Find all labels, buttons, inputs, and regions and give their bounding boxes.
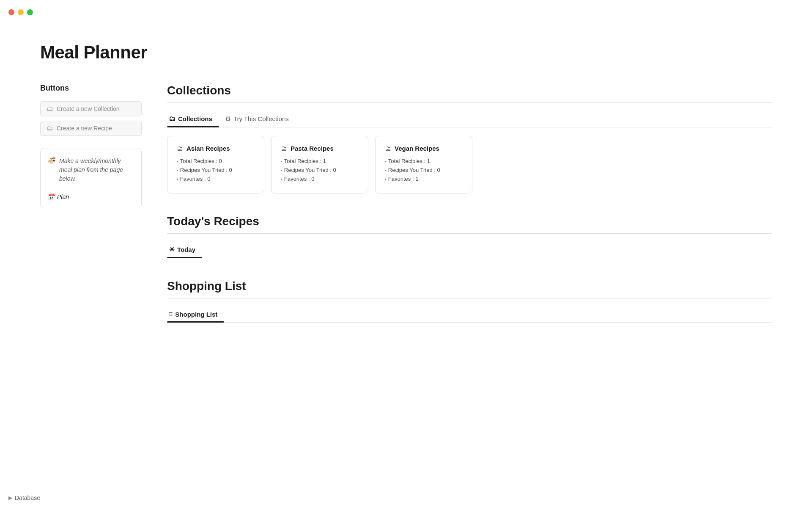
- bottom-bar: ▶ Database: [0, 487, 812, 508]
- collections-section-title: Collections: [167, 84, 772, 97]
- sidebar: Buttons 🗂 Create a new Collection 🗂 Crea…: [40, 84, 142, 208]
- collections-tab-icon: 🗂: [169, 115, 176, 123]
- database-label: Database: [15, 494, 40, 501]
- sidebar-title: Buttons: [40, 84, 142, 93]
- database-item[interactable]: ▶ Database: [8, 494, 40, 501]
- info-card: 🍜 Make a weekly/monthly meal plan from t…: [40, 149, 142, 208]
- shopping-tab-label: Shopping List: [175, 311, 217, 318]
- minimize-button[interactable]: [18, 9, 24, 15]
- collections-divider: [167, 102, 772, 103]
- info-card-emoji: 🍜: [47, 157, 56, 165]
- asian-card-icon: 🗂: [177, 145, 183, 152]
- create-collection-button[interactable]: 🗂 Create a new Collection: [40, 101, 142, 116]
- tab-shopping-list[interactable]: ≡ Shopping List: [167, 307, 224, 322]
- main-panel: Collections 🗂 Collections ⚙ Try This Col…: [167, 84, 772, 344]
- close-button[interactable]: [8, 9, 14, 15]
- vegan-stat-0: Total Recipies : 1: [385, 158, 463, 164]
- main-content: Meal Planner Buttons 🗂 Create a new Coll…: [0, 0, 812, 369]
- recipe-button-icon: 🗂: [47, 124, 53, 132]
- asian-stat-0: Total Recipies : 0: [177, 158, 255, 164]
- asian-recipes-card[interactable]: 🗂 Asian Recipes Total Recipies : 0 Recip…: [167, 136, 264, 193]
- shopping-tabs: ≡ Shopping List: [167, 307, 772, 323]
- today-tab-label: Today: [177, 246, 195, 253]
- pasta-stat-1: Recipes You Tried : 0: [281, 167, 359, 173]
- todays-recipes-title: Today's Recipes: [167, 215, 772, 228]
- vegan-stat-2: Favorites : 1: [385, 176, 463, 182]
- pasta-card-icon: 🗂: [281, 145, 287, 152]
- collections-tabs: 🗂 Collections ⚙ Try This Collections: [167, 111, 772, 127]
- collections-tab-label: Collections: [178, 115, 212, 122]
- traffic-lights: [8, 9, 33, 15]
- try-this-tab-icon: ⚙: [225, 115, 231, 123]
- pasta-recipes-card[interactable]: 🗂 Pasta Recipes Total Recipies : 1 Recip…: [271, 136, 368, 193]
- plan-link-text: Plan: [57, 193, 69, 200]
- vegan-card-icon: 🗂: [385, 145, 391, 152]
- asian-card-title: Asian Recipes: [187, 145, 230, 152]
- vegan-stat-1: Recipes You Tried : 0: [385, 167, 463, 173]
- shopping-tab-icon: ≡: [169, 310, 173, 318]
- create-recipe-button[interactable]: 🗂 Create a new Recipe: [40, 121, 142, 136]
- todays-recipes-section: Today's Recipes ☀ Today: [167, 215, 772, 258]
- collections-grid: 🗂 Asian Recipes Total Recipies : 0 Recip…: [167, 136, 772, 193]
- todays-tabs: ☀ Today: [167, 242, 772, 258]
- collections-section: Collections 🗂 Collections ⚙ Try This Col…: [167, 84, 772, 193]
- plan-link-emoji: 📅: [47, 193, 55, 200]
- page-title: Meal Planner: [40, 42, 772, 63]
- info-card-text: Make a weekly/monthly meal plan from the…: [59, 157, 134, 183]
- chevron-icon: ▶: [8, 495, 12, 501]
- vegan-card-title: Vegan Recipes: [395, 145, 439, 152]
- vegan-recipes-card[interactable]: 🗂 Vegan Recipes Total Recipies : 1 Recip…: [375, 136, 472, 193]
- asian-stat-2: Favorites : 0: [177, 176, 255, 182]
- vegan-card-header: 🗂 Vegan Recipes: [385, 145, 463, 152]
- pasta-stat-2: Favorites : 0: [281, 176, 359, 182]
- content-layout: Buttons 🗂 Create a new Collection 🗂 Crea…: [40, 84, 772, 344]
- asian-stat-1: Recipes You Tried : 0: [177, 167, 255, 173]
- plan-link[interactable]: 📅 Plan: [47, 193, 134, 200]
- shopping-list-title: Shopping List: [167, 279, 772, 293]
- pasta-card-title: Pasta Recipes: [291, 145, 334, 152]
- maximize-button[interactable]: [27, 9, 33, 15]
- create-collection-label: Create a new Collection: [57, 105, 120, 112]
- shopping-divider: [167, 298, 772, 298]
- collection-button-icon: 🗂: [47, 105, 53, 113]
- todays-divider: [167, 233, 772, 234]
- tab-collections[interactable]: 🗂 Collections: [167, 111, 219, 127]
- shopping-list-section: Shopping List ≡ Shopping List: [167, 279, 772, 323]
- pasta-stat-0: Total Recipies : 1: [281, 158, 359, 164]
- today-tab-icon: ☀: [169, 246, 175, 254]
- asian-card-header: 🗂 Asian Recipes: [177, 145, 255, 152]
- try-this-tab-label: Try This Collections: [233, 115, 289, 122]
- create-recipe-label: Create a new Recipe: [57, 125, 112, 132]
- pasta-card-header: 🗂 Pasta Recipes: [281, 145, 359, 152]
- tab-try-this[interactable]: ⚙ Try This Collections: [223, 111, 296, 127]
- tab-today[interactable]: ☀ Today: [167, 242, 202, 258]
